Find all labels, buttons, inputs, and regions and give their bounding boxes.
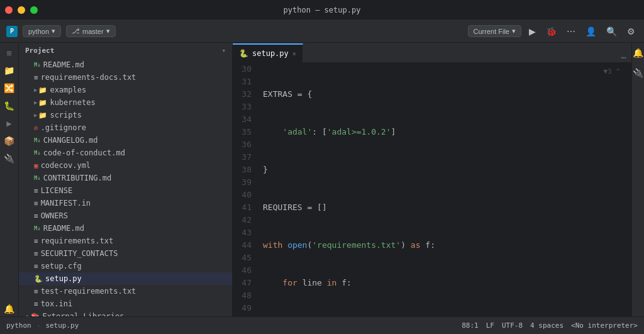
tree-item-label: tox.ini xyxy=(41,299,73,308)
close-window-button[interactable] xyxy=(5,6,13,14)
more-tabs-icon[interactable]: ⋯ xyxy=(621,52,626,62)
right-sidebar-notifications[interactable]: 🔔 xyxy=(631,45,645,60)
tree-item-kubernetes[interactable]: ▶ 📁 kubernetes xyxy=(19,96,232,109)
sidebar-icon-menu[interactable]: ≡ xyxy=(2,45,17,60)
maximize-window-button[interactable] xyxy=(30,6,38,14)
yaml-icon: ▣ xyxy=(34,162,38,170)
branch-label: master xyxy=(82,28,104,35)
tree-item-requirements[interactable]: ≡ requirements.txt xyxy=(19,235,232,247)
python-icon: 🐍 xyxy=(34,275,43,283)
tree-item-label: requirements-docs.txt xyxy=(41,73,136,82)
config-file-icon: ≡ xyxy=(34,300,38,308)
window-title: python – setup.py xyxy=(284,6,361,14)
tree-item-owners[interactable]: ≡ OWNERS xyxy=(19,209,232,222)
markdown-icon: M↓ xyxy=(34,225,41,231)
sidebar-icon-debug[interactable]: 🐛 xyxy=(2,98,17,113)
tree-item-label: OWNERS xyxy=(41,211,68,220)
tree-item-label: README.md xyxy=(43,224,84,233)
gitignore-icon: ⊘ xyxy=(34,124,38,132)
tree-item-label: code-of-conduct.md xyxy=(43,148,125,157)
debug-button[interactable]: 🐞 xyxy=(543,24,559,39)
main-content: ≡ 📁 🔀 🐛 ▶ 📦 🔌 🔔 Project ▾ M↓ README.md ≡… xyxy=(0,43,644,316)
tree-item-test-requirements[interactable]: ≡ test-requirements.txt xyxy=(19,285,232,298)
tree-item-gitignore[interactable]: ⊘ .gitignore xyxy=(19,121,232,134)
text-file-icon: ≡ xyxy=(34,187,38,195)
markdown-icon: M↓ xyxy=(34,175,41,181)
tree-item-security-contacts[interactable]: ≡ SECURITY_CONTACTS xyxy=(19,247,232,260)
markdown-icon: M↓ xyxy=(34,150,41,156)
caret-right-icon: ▶ xyxy=(26,313,30,316)
minimize-window-button[interactable] xyxy=(18,6,25,14)
tree-item-changelog[interactable]: M↓ CHANGELOG.md xyxy=(19,134,232,147)
tree-item-external-libraries[interactable]: ▶ 📚 External Libraries xyxy=(19,310,232,316)
git-branch-icon: ⎇ xyxy=(72,27,80,35)
toolbar: P python ▾ ⎇ master ▾ Current File ▾ ▶ 🐞… xyxy=(0,20,644,43)
jetbrains-logo: P xyxy=(6,26,18,37)
caret-right-icon: ▶ xyxy=(34,87,37,93)
sidebar-icon-packages[interactable]: 📦 xyxy=(2,133,17,148)
sidebar-icons: ≡ 📁 🔀 🐛 ▶ 📦 🔌 🔔 xyxy=(0,43,19,316)
tree-item-contributing[interactable]: M↓ CONTRIBUTING.md xyxy=(19,172,232,184)
tree-item-readme-md[interactable]: M↓ README.md xyxy=(19,58,232,71)
tree-item-setup-py[interactable]: 🐍 setup.py xyxy=(19,272,232,285)
sidebar-icon-vcs[interactable]: 🔀 xyxy=(2,81,17,96)
libraries-icon: 📚 xyxy=(31,313,40,317)
folder-icon: 📁 xyxy=(38,86,47,94)
status-python-label[interactable]: python xyxy=(6,321,31,330)
tree-item-manifest[interactable]: ≡ MANIFEST.in xyxy=(19,197,232,209)
title-bar: python – setup.py xyxy=(0,0,644,20)
tree-item-code-of-conduct[interactable]: M↓ code-of-conduct.md xyxy=(19,147,232,159)
tree-item-label: LICENSE xyxy=(41,186,73,195)
tree-item-tox[interactable]: ≡ tox.ini xyxy=(19,298,232,310)
status-bar-left: python › setup.py xyxy=(6,321,79,330)
current-file-selector[interactable]: Current File ▾ xyxy=(468,25,521,37)
project-selector[interactable]: python ▾ xyxy=(23,25,61,37)
account-button[interactable]: 👤 xyxy=(583,24,599,39)
status-cursor[interactable]: 88:1 xyxy=(462,321,479,330)
status-interpreter[interactable]: <No interpreter> xyxy=(571,321,638,330)
tree-item-license[interactable]: ≡ LICENSE xyxy=(19,184,232,197)
text-file-icon: ≡ xyxy=(34,74,38,82)
tree-item-readme[interactable]: M↓ README.md xyxy=(19,222,232,235)
text-file-icon: ≡ xyxy=(34,287,38,296)
title-bar-left xyxy=(5,6,38,14)
markdown-icon: M↓ xyxy=(34,137,41,143)
search-everywhere-button[interactable]: 🔍 xyxy=(604,24,619,39)
line-numbers: 30 31 32 33 34 35 36 37 38 39 40 41 42 4… xyxy=(233,63,258,316)
tree-item-label: setup.py xyxy=(45,274,82,283)
tree-item-label: requirements.txt xyxy=(41,237,114,245)
status-lf[interactable]: LF xyxy=(486,321,494,330)
project-tree-title: Project xyxy=(25,47,54,55)
run-button[interactable]: ▶ xyxy=(526,24,538,39)
status-encoding[interactable]: UTF-8 xyxy=(502,321,523,330)
sidebar-icon-plugins[interactable]: 🔌 xyxy=(2,151,17,166)
status-file-label[interactable]: setup.py xyxy=(45,321,79,330)
code-editor[interactable]: 30 31 32 33 34 35 36 37 38 39 40 41 42 4… xyxy=(233,63,631,316)
settings-button[interactable]: ⚙ xyxy=(625,24,638,39)
tree-item-label: kubernetes xyxy=(50,98,95,107)
tree-item-scripts[interactable]: ▶ 📁 scripts xyxy=(19,109,232,121)
tab-setup-py[interactable]: 🐍 setup.py × xyxy=(233,43,303,62)
right-sidebar-plugins[interactable]: 🔌 xyxy=(631,65,645,81)
branch-selector[interactable]: ⎇ master ▾ xyxy=(66,25,116,37)
caret-right-icon: ▶ xyxy=(34,112,37,118)
tree-item-requirements-docs[interactable]: ≡ requirements-docs.txt xyxy=(19,71,232,84)
sidebar-icon-project[interactable]: 📁 xyxy=(2,63,17,78)
editor-wrapper: 🐍 setup.py × ⋯ 30 31 32 33 34 35 36 37 3… xyxy=(233,43,631,316)
more-actions-button[interactable]: ⋯ xyxy=(564,24,578,39)
tab-close-button[interactable]: × xyxy=(292,50,296,57)
python-tab-icon: 🐍 xyxy=(239,49,248,58)
tree-item-examples[interactable]: ▶ 📁 examples xyxy=(19,84,232,96)
tab-label: setup.py xyxy=(252,49,289,58)
toolbar-right: ▶ 🐞 ⋯ 👤 🔍 ⚙ xyxy=(526,24,638,39)
text-file-icon: ≡ xyxy=(34,250,38,258)
sidebar-icon-run[interactable]: ▶ xyxy=(2,116,17,131)
breadcrumb-sep1: › xyxy=(36,321,41,330)
code-content[interactable]: EXTRAS = { 'adal': ['adal>=1.0.2'] } REQ… xyxy=(258,63,631,316)
status-bar-right: 88:1 LF UTF-8 4 spaces <No interpreter> xyxy=(462,321,638,330)
sidebar-icon-notifications[interactable]: 🔔 xyxy=(2,301,17,316)
tree-item-codecov[interactable]: ▣ codecov.yml xyxy=(19,159,232,172)
tree-item-setup-cfg[interactable]: ≡ setup.cfg xyxy=(19,260,232,272)
status-indent[interactable]: 4 spaces xyxy=(530,321,564,330)
tree-item-label: README.md xyxy=(43,60,84,69)
